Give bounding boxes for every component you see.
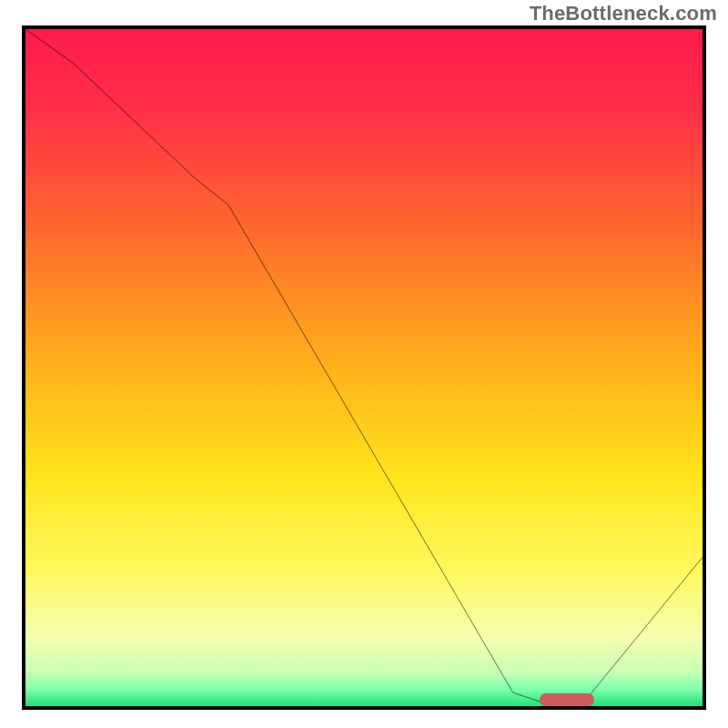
plot-area — [22, 25, 706, 710]
watermark-text: TheBottleneck.com — [530, 2, 717, 25]
optimal-marker — [540, 693, 594, 706]
chart-container: TheBottleneck.com — [0, 0, 728, 728]
bottleneck-curve — [25, 29, 703, 706]
